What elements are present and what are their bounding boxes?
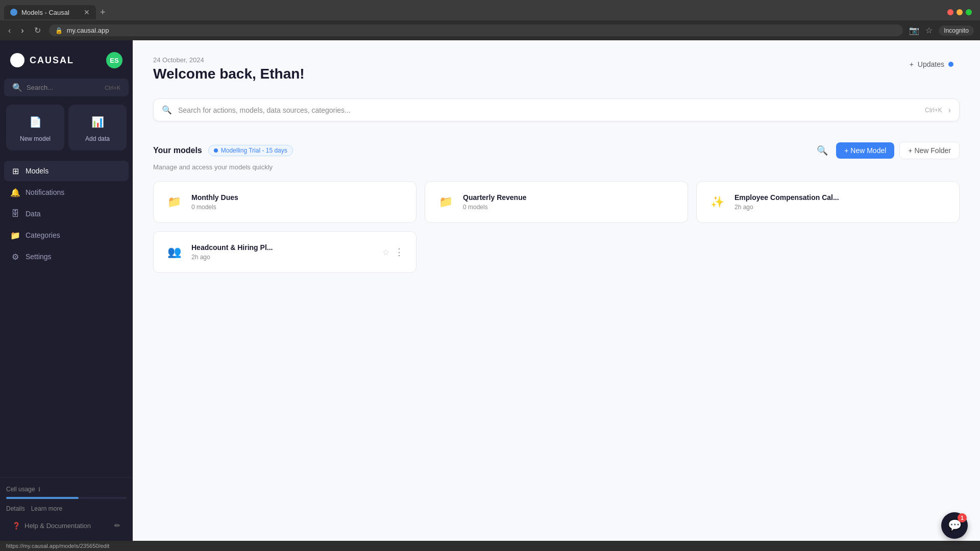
logo-icon <box>10 53 24 67</box>
window-close-button[interactable] <box>947 9 953 15</box>
models-section-header: Your models Modelling Trial - 15 days 🔍 … <box>153 142 960 159</box>
sidebar-item-data[interactable]: 🗄 Data <box>4 204 129 224</box>
main-content: 24 October, 2024 Welcome back, Ethan! + … <box>133 40 980 551</box>
avatar[interactable]: ES <box>106 52 122 68</box>
add-data-icon: 📊 <box>88 113 107 131</box>
help-documentation-link[interactable]: ❓ Help & Documentation ✏ <box>6 516 127 535</box>
forward-button[interactable]: › <box>19 24 26 37</box>
models-label: Models <box>26 167 48 175</box>
bookmark-icon[interactable]: ☆ <box>925 26 933 35</box>
updates-label: Updates <box>918 60 944 68</box>
address-text: my.causal.app <box>67 27 109 34</box>
trial-badge: Modelling Trial - 15 days <box>208 145 293 156</box>
sidebar-nav: ⊞ Models 🔔 Notifications 🗄 Data 📁 Catego… <box>0 161 133 477</box>
more-options-button[interactable]: ⋮ <box>393 245 406 259</box>
updates-plus-icon: + <box>910 60 914 68</box>
search-shortcut: Ctrl+K <box>105 85 120 91</box>
model-card-info: Headcount & Hiring Pl... 2h ago <box>191 243 375 261</box>
model-card-quarterly-revenue[interactable]: 📁 Quarterly Revenue 0 models <box>425 181 688 223</box>
model-card-info: Employee Compensation Cal... 2h ago <box>734 193 949 211</box>
model-card-meta: 2h ago <box>191 254 375 261</box>
header-left: 24 October, 2024 Welcome back, Ethan! <box>153 56 305 82</box>
new-tab-button[interactable]: + <box>96 5 110 20</box>
models-section-title: Your models <box>153 146 202 155</box>
model-card-meta: 2h ago <box>734 204 949 211</box>
sidebar-item-models[interactable]: ⊞ Models <box>4 161 129 181</box>
details-link[interactable]: Details <box>6 505 25 512</box>
models-actions: 🔍 + New Model + New Folder <box>814 142 960 159</box>
data-label: Data <box>26 210 41 218</box>
window-minimize-button[interactable] <box>957 9 963 15</box>
browser-controls: ‹ › ↻ 🔒 my.causal.app 📷 ☆ Incognito <box>0 20 980 40</box>
chat-button[interactable]: 💬 1 <box>941 512 968 539</box>
new-model-icon: 📄 <box>26 113 44 131</box>
folder-icon: 📁 <box>164 192 184 212</box>
models-search-button[interactable]: 🔍 <box>814 142 831 159</box>
incognito-button[interactable]: Incognito <box>939 26 974 36</box>
logo-text: CAUSAL <box>30 55 74 66</box>
categories-icon: 📁 <box>10 230 20 240</box>
sidebar-bottom: Cell usage ℹ Details Learn more ❓ Help &… <box>0 477 133 543</box>
model-card-title: Quarterly Revenue <box>463 193 677 202</box>
new-model-button[interactable]: + New Model <box>836 142 894 159</box>
models-grid: 📁 Monthly Dues 0 models 📁 Quarterly Reve… <box>153 181 960 273</box>
models-icon: ⊞ <box>10 166 20 176</box>
model-card-monthly-dues[interactable]: 📁 Monthly Dues 0 models <box>153 181 416 223</box>
sidebar-item-categories[interactable]: 📁 Categories <box>4 225 129 245</box>
learn-more-link[interactable]: Learn more <box>31 505 62 512</box>
window-maximize-button[interactable] <box>966 9 972 15</box>
model-card-title: Employee Compensation Cal... <box>734 193 949 202</box>
model-card-headcount[interactable]: 👥 Headcount & Hiring Pl... 2h ago ☆ ⋮ <box>153 231 416 273</box>
header-date: 24 October, 2024 <box>153 56 305 64</box>
cell-usage-label: Cell usage ℹ <box>6 486 127 493</box>
tab-close-icon[interactable]: ✕ <box>84 8 90 16</box>
search-bar-icon: 🔍 <box>162 105 172 115</box>
page-title: Welcome back, Ethan! <box>153 66 305 82</box>
main-search-bar[interactable]: 🔍 Search for actions, models, data sourc… <box>153 98 960 121</box>
updates-button[interactable]: + Updates <box>903 56 960 72</box>
browser-tab[interactable]: Models - Causal ✕ <box>4 5 96 19</box>
search-placeholder: Search... <box>27 84 101 91</box>
address-bar[interactable]: 🔒 my.causal.app <box>49 24 903 36</box>
folder-icon: 📁 <box>435 192 456 212</box>
tab-title: Models - Causal <box>21 9 69 16</box>
help-icon: ❓ <box>12 522 20 530</box>
sidebar-item-notifications[interactable]: 🔔 Notifications <box>4 182 129 203</box>
cell-usage-bar-fill <box>6 497 79 499</box>
model-card-info: Quarterly Revenue 0 models <box>463 193 677 211</box>
sidebar: CAUSAL ES 🔍 Search... Ctrl+K 📄 New model… <box>0 40 133 551</box>
cell-usage-bar <box>6 497 127 499</box>
sidebar-search[interactable]: 🔍 Search... Ctrl+K <box>4 79 129 96</box>
sidebar-bottom-links: Details Learn more <box>6 505 127 512</box>
browser-chrome: Models - Causal ✕ + ‹ › ↻ 🔒 my.causal.ap… <box>0 0 980 40</box>
sidebar-logo: CAUSAL ES <box>0 48 133 79</box>
add-data-quick-button[interactable]: 📊 Add data <box>68 105 127 151</box>
status-url: https://my.causal.app/models/235650/edit <box>6 543 109 549</box>
model-card-title: Monthly Dues <box>191 193 406 202</box>
help-label: Help & Documentation <box>24 522 91 530</box>
notifications-icon: 🔔 <box>10 187 20 197</box>
chat-badge: 1 <box>958 513 967 522</box>
model-people-icon: 👥 <box>164 242 184 262</box>
back-button[interactable]: ‹ <box>6 24 13 37</box>
model-card-meta: 0 models <box>191 204 406 211</box>
star-button[interactable]: ☆ <box>382 247 389 257</box>
info-icon: ℹ <box>38 486 40 493</box>
model-card-employee-compensation[interactable]: ✨ Employee Compensation Cal... 2h ago <box>696 181 960 223</box>
model-card-actions: ☆ ⋮ <box>382 245 406 259</box>
sidebar-quick-actions: 📄 New model 📊 Add data <box>0 105 133 161</box>
search-shortcut-hint: Ctrl+K <box>925 107 942 114</box>
status-bar: https://my.causal.app/models/235650/edit <box>0 541 980 551</box>
categories-label: Categories <box>26 231 60 239</box>
new-folder-button[interactable]: + New Folder <box>899 142 960 159</box>
camera-icon[interactable]: 📷 <box>909 26 919 35</box>
search-bar-input[interactable]: Search for actions, models, data sources… <box>178 106 919 114</box>
trial-label: Modelling Trial - 15 days <box>221 147 287 154</box>
model-card-meta: 0 models <box>463 204 677 211</box>
new-model-quick-button[interactable]: 📄 New model <box>6 105 64 151</box>
sidebar-item-settings[interactable]: ⚙ Settings <box>4 246 129 267</box>
lock-icon: 🔒 <box>55 27 63 34</box>
reload-button[interactable]: ↻ <box>32 23 43 37</box>
notifications-label: Notifications <box>26 188 64 196</box>
model-sparkle-icon: ✨ <box>707 192 727 212</box>
